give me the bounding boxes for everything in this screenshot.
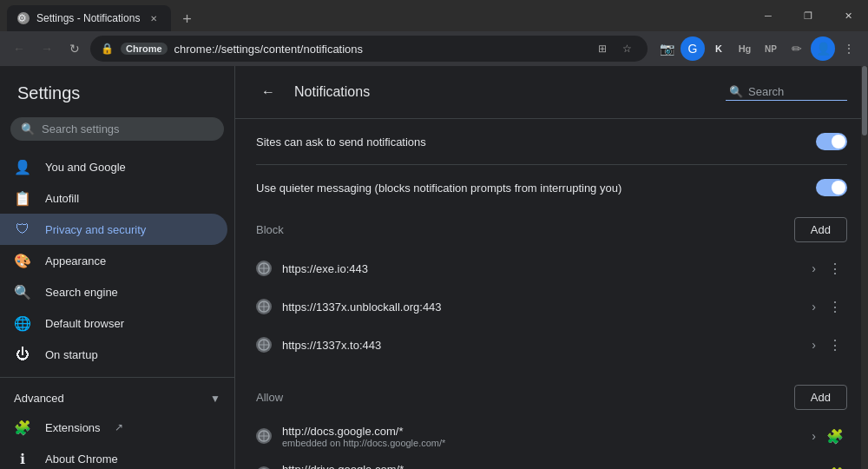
site-url: http://drive.google.com/* (282, 463, 798, 470)
bookmark-icon[interactable]: ☆ (616, 38, 637, 59)
block-add-button[interactable]: Add (794, 217, 847, 242)
scrollbar-thumb[interactable] (862, 66, 867, 135)
list-item: http://docs.google.com/* embedded on htt… (256, 417, 847, 455)
sidebar-item-extensions[interactable]: 🧩 Extensions ↗ (0, 412, 227, 443)
search-box[interactable]: 🔍 (726, 83, 847, 101)
qr-code-icon[interactable]: ⊞ (592, 38, 613, 59)
site-icon (256, 299, 272, 314)
url-bar[interactable]: 🔒 Chrome chrome://settings/content/notif… (90, 36, 648, 62)
content-body: Sites can ask to send notifications Use … (235, 119, 868, 469)
new-tab-button[interactable]: + (174, 7, 199, 31)
toggle-row-sites-ask: Sites can ask to send notifications (256, 119, 847, 165)
kaspersky-icon[interactable]: K (707, 36, 731, 61)
page-title: Notifications (294, 84, 712, 100)
pen-icon[interactable]: ✏ (785, 36, 809, 61)
sidebar-item-label: Privacy and security (45, 223, 146, 236)
search-input[interactable] (748, 85, 844, 98)
back-button[interactable]: ← (7, 36, 31, 61)
content-header: ← Notifications 🔍 (235, 66, 868, 119)
sidebar-item-label: Autofill (45, 192, 79, 205)
sidebar-item-label: About Chrome (45, 452, 118, 466)
browser-icon: 🌐 (14, 314, 31, 332)
profile-icon[interactable]: 👤 (811, 36, 835, 61)
mercury-icon[interactable]: Hg (733, 36, 757, 61)
more-options-button[interactable]: ⋮ (823, 333, 847, 357)
lock-icon: 🔒 (101, 43, 114, 55)
more-options-button[interactable]: ⋮ (823, 294, 847, 319)
allow-label: Allow (256, 391, 794, 404)
sites-ask-toggle[interactable] (816, 133, 847, 150)
sidebar-item-default-browser[interactable]: 🌐 Default browser (0, 307, 227, 339)
sidebar-divider (0, 377, 234, 378)
tab-area: ⚙ Settings - Notifications ✕ + (0, 0, 748, 31)
site-icon (256, 337, 272, 353)
expand-icon[interactable]: › (808, 334, 819, 355)
sidebar: Settings 🔍 👤 You and Google 📋 Autofill 🛡… (0, 66, 234, 469)
sidebar-item-search-engine[interactable]: 🔍 Search engine (0, 276, 227, 307)
site-url: https://exe.io:443 (282, 262, 798, 275)
close-button[interactable]: ✕ (828, 0, 868, 31)
site-info: http://drive.google.com/* embedded on ht… (282, 463, 798, 470)
forward-button[interactable]: → (35, 36, 59, 61)
expand-icon[interactable]: › (808, 426, 819, 446)
site-meta: embedded on http://docs.google.com/* (282, 438, 798, 448)
sidebar-item-about-chrome[interactable]: ℹ About Chrome (0, 443, 227, 469)
content-area: ← Notifications 🔍 Sites can ask to send … (234, 66, 868, 469)
site-url: http://docs.google.com/* (282, 425, 798, 438)
expand-icon[interactable]: › (808, 258, 819, 279)
search-engine-icon: 🔍 (14, 283, 31, 301)
puzzle-icon[interactable]: 🧩 (823, 424, 847, 448)
toggle-label: Sites can ask to send notifications (256, 135, 809, 149)
sidebar-item-advanced[interactable]: Advanced ▼ (0, 385, 234, 412)
list-item-actions: › 🧩 (808, 462, 847, 469)
chevron-down-icon: ▼ (210, 393, 220, 405)
expand-icon[interactable]: › (808, 296, 819, 317)
refresh-button[interactable]: ↻ (62, 36, 87, 61)
more-options-button[interactable]: ⋮ (823, 256, 847, 281)
sidebar-item-autofill[interactable]: 📋 Autofill (0, 182, 227, 214)
site-info: http://docs.google.com/* embedded on htt… (282, 425, 798, 448)
sidebar-search-input[interactable] (42, 122, 214, 135)
site-url: https://1337x.to:443 (282, 339, 798, 352)
toggle-thumb (832, 181, 845, 195)
tab-favicon: ⚙ (17, 12, 30, 24)
puzzle-icon[interactable]: 🧩 (823, 462, 847, 469)
url-actions: ⊞ ☆ (592, 38, 637, 59)
sidebar-search[interactable]: 🔍 (10, 117, 224, 141)
shield-icon: 🛡 (14, 221, 31, 238)
allow-add-button[interactable]: Add (794, 385, 847, 410)
tab-close-button[interactable]: ✕ (147, 11, 161, 25)
sidebar-item-you-and-google[interactable]: 👤 You and Google (0, 151, 227, 182)
expand-icon[interactable]: › (808, 464, 819, 469)
tab-title: Settings - Notifications (36, 12, 140, 24)
toggle-thumb (832, 135, 845, 149)
sidebar-item-label: You and Google (45, 161, 126, 174)
list-item: https://exe.io:443 › ⋮ (256, 249, 847, 287)
window-controls: ─ ❐ ✕ (748, 0, 868, 31)
address-bar: ← → ↻ 🔒 Chrome chrome://settings/content… (0, 31, 868, 66)
appearance-icon: 🎨 (14, 252, 31, 269)
sidebar-item-on-startup[interactable]: ⏻ On startup (0, 339, 227, 370)
list-item: http://drive.google.com/* embedded on ht… (256, 455, 847, 469)
menu-icon[interactable]: ⋮ (837, 36, 861, 61)
restore-button[interactable]: ❐ (788, 0, 828, 31)
google-account-icon[interactable]: G (681, 36, 705, 61)
toolbar-icons: 📷 G K Hg NP ✏ 👤 ⋮ (654, 36, 861, 61)
screenshot-icon[interactable]: 📷 (654, 36, 679, 61)
person-icon: 👤 (14, 158, 31, 175)
startup-icon: ⏻ (14, 346, 31, 363)
back-button[interactable]: ← (256, 80, 280, 104)
block-section-header: Block Add (256, 203, 847, 249)
quieter-messaging-toggle[interactable] (816, 179, 847, 196)
list-item: https://1337x.to:443 › ⋮ (256, 326, 847, 364)
sidebar-item-label: Search engine (45, 286, 118, 299)
list-item-actions: › ⋮ (808, 256, 847, 281)
sidebar-item-privacy-and-security[interactable]: 🛡 Privacy and security (0, 214, 227, 245)
active-tab[interactable]: ⚙ Settings - Notifications ✕ (7, 5, 171, 31)
list-item-actions: › ⋮ (808, 333, 847, 357)
about-icon: ℹ (14, 450, 31, 467)
sidebar-item-appearance[interactable]: 🎨 Appearance (0, 245, 227, 276)
np-icon[interactable]: NP (759, 36, 783, 61)
minimize-button[interactable]: ─ (748, 0, 788, 31)
title-bar: ⚙ Settings - Notifications ✕ + ─ ❐ ✕ (0, 0, 868, 31)
